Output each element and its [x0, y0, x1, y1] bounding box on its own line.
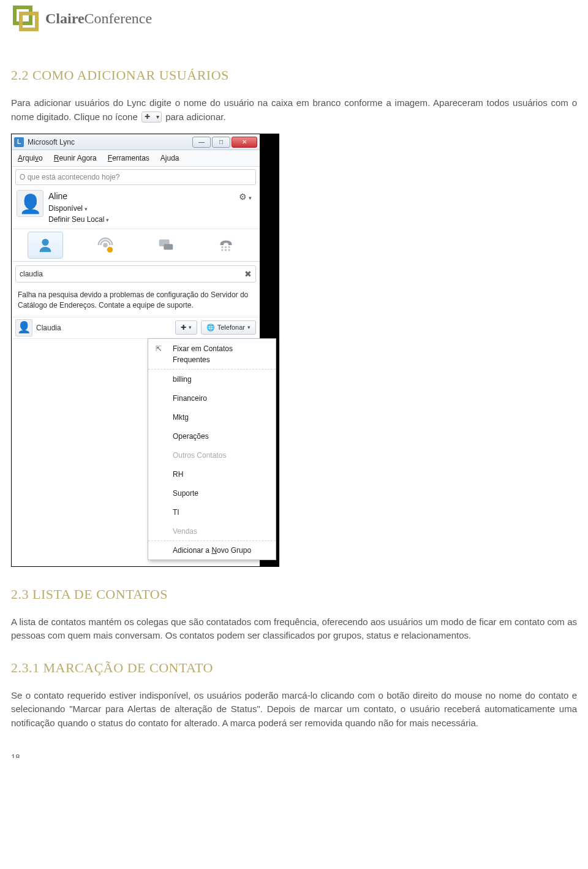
- ctx-pin-label: Fixar em Contatos Frequentes: [173, 344, 233, 364]
- ctx-item-suporte[interactable]: Suporte: [148, 484, 276, 503]
- menu-reunir[interactable]: Reunir Agora: [54, 153, 97, 164]
- status-input[interactable]: O que está acontecendo hoje?: [15, 169, 256, 185]
- titlebar: L Microsoft Lync — □ ✕: [12, 134, 260, 150]
- search-bar[interactable]: claudia ✖: [15, 265, 256, 283]
- brand-logo: ClaireConference: [11, 0, 577, 50]
- location-dropdown[interactable]: Definir Seu Local: [48, 214, 231, 225]
- ctx-add-new-group[interactable]: Adicionar a Novo Grupo: [148, 541, 276, 560]
- lync-app-icon: L: [14, 137, 24, 147]
- avatar: 👤: [17, 190, 43, 217]
- presence-dropdown[interactable]: Disponível: [48, 203, 231, 214]
- menu-ajuda[interactable]: Ajuda: [160, 153, 179, 164]
- heading-2-3-1: 2.3.1 MARCAÇÃO DE CONTATO: [11, 658, 577, 678]
- svg-point-4: [107, 247, 113, 252]
- result-avatar: 👤: [15, 319, 32, 336]
- ctx-item-vendas: Vendas: [148, 522, 276, 541]
- para-2-2-b: para adicionar.: [165, 112, 225, 122]
- svg-point-2: [42, 239, 49, 246]
- search-error: Falha na pesquisa devido a problemas de …: [12, 286, 260, 317]
- window-buttons: — □ ✕: [191, 137, 257, 148]
- menubar: Arquivo Reunir Agora Ferramentas Ajuda: [12, 150, 260, 167]
- tab-phone[interactable]: [208, 232, 244, 259]
- para-2-3: A lista de contatos mantém os colegas qu…: [11, 615, 577, 643]
- svg-rect-10: [221, 249, 223, 251]
- tab-conversations[interactable]: [148, 232, 184, 259]
- context-menu: ⇱Fixar em Contatos Frequentes billing Fi…: [148, 338, 276, 560]
- svg-rect-7: [221, 246, 223, 248]
- ctx-item-financeiro[interactable]: Financeiro: [148, 389, 276, 408]
- profile-name: Aline: [48, 190, 231, 203]
- lync-window: L Microsoft Lync — □ ✕ Arquivo Reunir Ag…: [12, 134, 260, 566]
- svg-rect-9: [228, 246, 230, 248]
- lync-screenshot: L Microsoft Lync — □ ✕ Arquivo Reunir Ag…: [11, 134, 279, 567]
- svg-rect-12: [228, 249, 230, 251]
- gear-icon[interactable]: ⚙: [236, 190, 255, 204]
- add-dropdown-icon: [141, 112, 162, 123]
- brand-name: ClaireConference: [45, 7, 152, 29]
- menu-arquivo[interactable]: Arquivo: [18, 153, 43, 164]
- profile-row: 👤 Aline Disponível Definir Seu Local ⚙: [12, 188, 260, 229]
- maximize-button[interactable]: □: [212, 137, 230, 148]
- para-2-2-a: Para adicionar usuários do Lync digite o…: [11, 97, 577, 122]
- heading-2-2: 2.2 COMO ADICIONAR USUÁRIOS: [11, 65, 577, 85]
- svg-point-3: [104, 243, 108, 248]
- tab-contacts[interactable]: [28, 232, 63, 259]
- para-2-2: Para adicionar usuários do Lync digite o…: [11, 96, 577, 124]
- close-button[interactable]: ✕: [232, 137, 257, 148]
- page-number: 18: [11, 751, 20, 759]
- heading-2-3: 2.3 LISTA DE CONTATOS: [11, 584, 577, 604]
- clear-search-icon[interactable]: ✖: [241, 268, 255, 281]
- ctx-item-rh[interactable]: RH: [148, 465, 276, 484]
- para-2-3-1: Se o contato requerido estiver indisponí…: [11, 689, 577, 730]
- svg-rect-6: [164, 244, 173, 249]
- add-contact-button[interactable]: ✚ ▾: [175, 321, 197, 335]
- call-label: Telefonar: [217, 322, 245, 333]
- brand-name-bold: Claire: [45, 10, 85, 26]
- brand-mark-icon: [11, 4, 40, 33]
- minimize-button[interactable]: —: [192, 137, 211, 148]
- svg-rect-11: [225, 249, 227, 251]
- ctx-item-billing[interactable]: billing: [148, 370, 276, 389]
- ctx-pin-frequent[interactable]: ⇱Fixar em Contatos Frequentes: [148, 339, 276, 370]
- call-button[interactable]: 🌐 Telefonar ▾: [201, 321, 256, 335]
- ctx-item-mktg[interactable]: Mktg: [148, 408, 276, 427]
- ctx-item-outros: Outros Contatos: [148, 446, 276, 465]
- search-result-row[interactable]: 👤 Claudia ✚ ▾ 🌐 Telefonar ▾: [12, 317, 260, 339]
- ctx-item-operacoes[interactable]: Operações: [148, 427, 276, 446]
- tabstrip: [12, 229, 260, 262]
- search-input[interactable]: claudia: [16, 266, 241, 282]
- window-title: Microsoft Lync: [28, 137, 191, 148]
- svg-rect-8: [225, 246, 227, 248]
- result-name: Claudia: [36, 322, 172, 333]
- tab-activity[interactable]: [88, 232, 123, 259]
- brand-name-light: Conference: [85, 10, 153, 26]
- menu-ferramentas[interactable]: Ferramentas: [108, 153, 149, 164]
- ctx-item-ti[interactable]: TI: [148, 503, 276, 522]
